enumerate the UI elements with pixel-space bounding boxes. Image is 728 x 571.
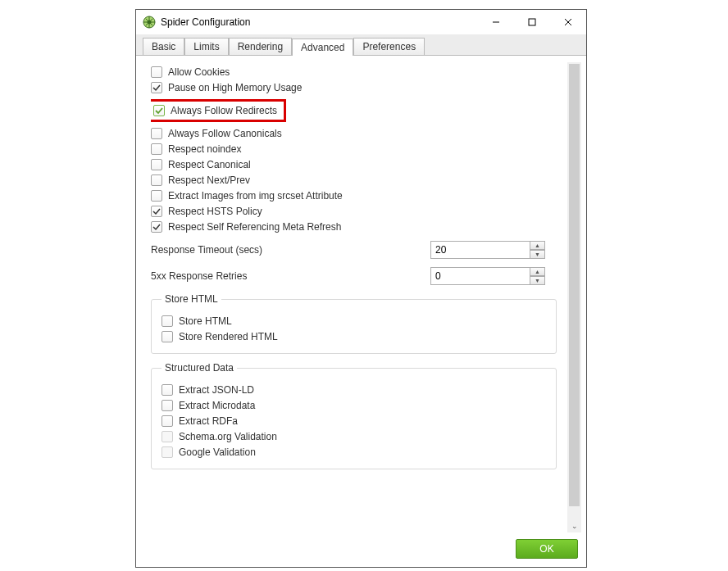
checkbox-google <box>162 446 173 458</box>
label-schema: Schema.org Validation <box>179 431 277 442</box>
label-retries: 5xx Response Retries <box>151 270 247 282</box>
input-response-timeout[interactable] <box>430 241 530 259</box>
label-allow-cookies: Allow Cookies <box>168 66 230 78</box>
spinner-retries: ▲ ▼ <box>430 267 545 285</box>
checkbox-respect-noindex[interactable] <box>151 143 162 155</box>
spinner-down-icon[interactable]: ▼ <box>530 276 545 285</box>
ok-button[interactable]: OK <box>516 539 578 559</box>
maximize-button[interactable] <box>514 10 550 34</box>
checkbox-microdata[interactable] <box>162 400 173 411</box>
dialog-footer: OK <box>136 532 586 567</box>
group-store-html: Store HTML Store HTML Store Rendered HTM… <box>151 293 557 354</box>
checkbox-store-html[interactable] <box>162 315 173 327</box>
row-respect-selfref: Respect Self Referencing Meta Refresh <box>151 221 562 233</box>
label-extract-srcset: Extract Images from img srcset Attribute <box>168 190 343 202</box>
tab-rendering[interactable]: Rendering <box>229 38 292 55</box>
label-always-redirects: Always Follow Redirects <box>171 105 277 116</box>
label-respect-canonical: Respect Canonical <box>168 159 251 170</box>
highlighted-row: Always Follow Redirects <box>151 99 286 122</box>
row-extract-srcset: Extract Images from img srcset Attribute <box>151 190 562 202</box>
config-dialog: Spider Configuration Basic Limits Render… <box>135 9 587 568</box>
row-respect-nextprev: Respect Next/Prev <box>151 174 562 186</box>
window-title: Spider Configuration <box>161 16 478 28</box>
row-respect-hsts: Respect HSTS Policy <box>151 206 562 217</box>
checkbox-pause-memory[interactable] <box>151 82 162 93</box>
checkbox-store-rendered[interactable] <box>162 331 173 342</box>
row-respect-noindex: Respect noindex <box>151 143 562 155</box>
group-structured-data: Structured Data Extract JSON-LD Extract … <box>151 362 557 469</box>
legend-store-html: Store HTML <box>162 293 221 305</box>
row-respect-canonical: Respect Canonical <box>151 159 562 170</box>
checkbox-extract-srcset[interactable] <box>151 190 162 202</box>
checkbox-rdfa[interactable] <box>162 415 173 427</box>
tab-content: Allow Cookies Pause on High Memory Usage… <box>136 56 586 532</box>
spinner-up-icon[interactable]: ▲ <box>530 267 545 276</box>
row-response-timeout: Response Timeout (secs) ▲ ▼ <box>151 241 562 259</box>
close-button[interactable] <box>550 10 586 34</box>
checkbox-allow-cookies[interactable] <box>151 66 162 78</box>
label-respect-selfref: Respect Self Referencing Meta Refresh <box>168 221 341 233</box>
svg-rect-3 <box>529 19 535 25</box>
spinner-down-icon[interactable]: ▼ <box>530 250 545 259</box>
label-respect-noindex: Respect noindex <box>168 143 241 155</box>
label-always-canonicals: Always Follow Canonicals <box>168 128 282 139</box>
titlebar: Spider Configuration <box>136 10 586 34</box>
label-jsonld: Extract JSON-LD <box>179 384 254 396</box>
scroll-thumb[interactable] <box>569 64 580 506</box>
minimize-button[interactable] <box>478 10 514 34</box>
svg-point-1 <box>148 20 152 25</box>
checkbox-respect-selfref[interactable] <box>151 221 162 233</box>
row-always-canonicals: Always Follow Canonicals <box>151 128 562 139</box>
label-respect-hsts: Respect HSTS Policy <box>168 206 262 217</box>
checkbox-respect-hsts[interactable] <box>151 206 162 217</box>
label-microdata: Extract Microdata <box>179 400 255 411</box>
row-allow-cookies: Allow Cookies <box>151 66 562 78</box>
tabs-bar: Basic Limits Rendering Advanced Preferen… <box>136 34 586 56</box>
checkbox-jsonld[interactable] <box>162 384 173 396</box>
label-store-rendered: Store Rendered HTML <box>179 331 278 342</box>
scroll-down-icon[interactable]: ⌄ <box>567 519 581 532</box>
checkbox-respect-canonical[interactable] <box>151 159 162 170</box>
tab-preferences[interactable]: Preferences <box>353 38 425 55</box>
label-response-timeout: Response Timeout (secs) <box>151 244 262 256</box>
app-icon <box>143 16 156 29</box>
label-store-html: Store HTML <box>179 315 232 327</box>
checkbox-always-redirects[interactable] <box>153 105 165 116</box>
scrollbar[interactable]: ⌄ <box>567 62 581 532</box>
row-retries: 5xx Response Retries ▲ ▼ <box>151 267 562 285</box>
legend-structured: Structured Data <box>162 362 237 374</box>
tab-basic[interactable]: Basic <box>143 38 184 55</box>
checkbox-schema <box>162 431 173 442</box>
tab-limits[interactable]: Limits <box>184 38 228 55</box>
label-google: Google Validation <box>179 446 256 458</box>
window-controls <box>478 10 586 34</box>
tab-advanced[interactable]: Advanced <box>292 39 353 56</box>
input-retries[interactable] <box>430 267 530 285</box>
spinner-response-timeout: ▲ ▼ <box>430 241 545 259</box>
label-respect-nextprev: Respect Next/Prev <box>168 174 250 186</box>
row-pause-memory: Pause on High Memory Usage <box>151 82 562 93</box>
checkbox-always-canonicals[interactable] <box>151 128 162 139</box>
checkbox-respect-nextprev[interactable] <box>151 174 162 186</box>
spinner-up-icon[interactable]: ▲ <box>530 241 545 250</box>
label-rdfa: Extract RDFa <box>179 415 238 427</box>
label-pause-memory: Pause on High Memory Usage <box>168 82 302 93</box>
